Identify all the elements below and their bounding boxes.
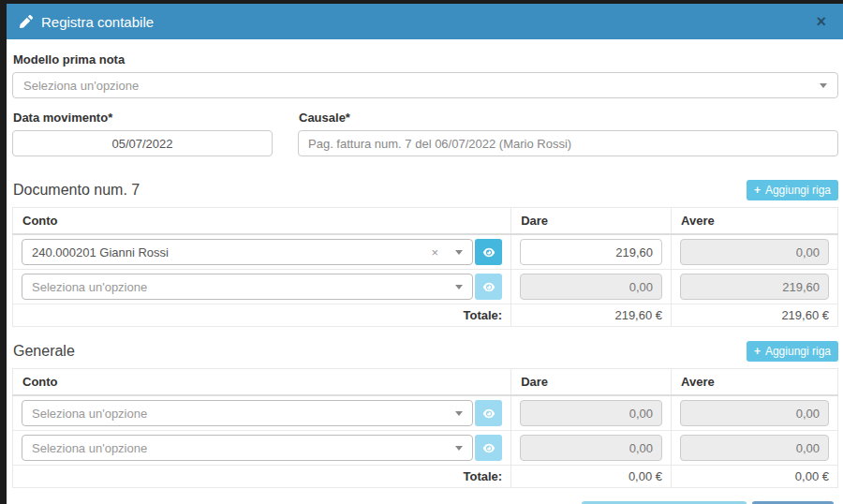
conto-select[interactable]: 240.000201 Gianni Rossi × [22, 239, 473, 265]
modal-title: Registra contabile [20, 14, 154, 30]
documento-table: Conto Dare Avere 240.000201 Gianni Rossi… [12, 207, 838, 327]
documento-section-title: Documento num. 7 [13, 182, 140, 199]
totale-row: Totale: 219,60 € 219,60 € [13, 304, 838, 327]
chevron-down-icon [455, 411, 463, 416]
column-header-avere: Avere [672, 208, 838, 235]
preview-account-button[interactable] [475, 435, 502, 461]
modello-prima-nota-label: Modello prima nota [13, 52, 838, 67]
table-row: Seleziona un'opzione [13, 395, 838, 431]
causale-group: Causale* [298, 111, 838, 156]
dare-input [520, 400, 662, 426]
table-header-row: Conto Dare Avere [13, 208, 838, 235]
totale-avere: 219,60 € [672, 304, 838, 327]
dare-input [520, 435, 662, 461]
dare-input[interactable] [520, 239, 662, 265]
column-header-conto: Conto [13, 369, 511, 396]
table-header-row: Conto Dare Avere [13, 369, 838, 396]
causale-label: Causale* [299, 111, 838, 125]
table-row: Seleziona un'opzione [13, 270, 838, 304]
close-icon[interactable]: × [816, 13, 826, 30]
modal-title-text: Registra contabile [41, 14, 154, 30]
chevron-down-icon [820, 83, 827, 88]
chevron-down-icon [455, 446, 463, 451]
generale-section-header: Generale + Aggiungi riga [13, 341, 838, 362]
pencil-icon [20, 15, 33, 28]
totale-label: Totale: [13, 466, 511, 488]
modello-prima-nota-select[interactable]: Seleziona un'opzione [12, 72, 838, 98]
data-movimento-label: Data movimento* [13, 111, 273, 125]
generale-table: Conto Dare Avere Seleziona un'opzione [12, 368, 838, 488]
modello-prima-nota-group: Modello prima nota Seleziona un'opzione [12, 52, 838, 98]
registra-contabile-modal: Registra contabile × Modello prima nota … [7, 4, 843, 504]
conto-select[interactable]: Seleziona un'opzione [22, 274, 473, 300]
column-header-dare: Dare [511, 369, 672, 396]
modal-header: Registra contabile × [7, 4, 843, 39]
modello-placeholder: Seleziona un'opzione [23, 79, 139, 93]
table-row: Seleziona un'opzione [13, 431, 838, 466]
totale-dare: 219,60 € [511, 304, 672, 327]
documento-section-header: Documento num. 7 + Aggiungi riga [13, 180, 838, 200]
eye-icon [482, 443, 495, 453]
chevron-down-icon [455, 250, 463, 255]
add-row-button-generale[interactable]: + Aggiungi riga [747, 341, 838, 362]
add-row-button-documento[interactable]: + Aggiungi riga [747, 180, 838, 200]
column-header-dare: Dare [511, 208, 672, 235]
causale-input[interactable] [298, 130, 838, 156]
avere-input [680, 239, 829, 265]
data-movimento-input[interactable] [12, 130, 273, 156]
totale-label: Totale: [13, 304, 511, 327]
eye-icon [482, 408, 495, 419]
clear-selection-icon[interactable]: × [432, 245, 439, 259]
column-header-conto: Conto [13, 208, 511, 235]
avere-input [680, 435, 829, 461]
generale-section-title: Generale [13, 343, 75, 360]
column-header-avere: Avere [672, 369, 838, 396]
totale-dare: 0,00 € [511, 466, 672, 488]
modal-footer: + Aggiungi e crea modello + Aggiungi [12, 488, 838, 504]
avere-input [680, 400, 829, 426]
preview-account-button[interactable] [475, 239, 502, 265]
totale-row: Totale: 0,00 € 0,00 € [13, 466, 838, 488]
preview-account-button[interactable] [475, 274, 502, 300]
chevron-down-icon [455, 285, 463, 289]
eye-icon [482, 282, 495, 292]
avere-input [680, 274, 829, 300]
dare-input [520, 274, 662, 300]
modal-body: Modello prima nota Seleziona un'opzione … [7, 39, 843, 504]
eye-icon [482, 247, 495, 258]
conto-select[interactable]: Seleziona un'opzione [22, 435, 473, 461]
data-movimento-group: Data movimento* [12, 111, 273, 156]
plus-icon: + [754, 345, 761, 358]
table-row: 240.000201 Gianni Rossi × [13, 234, 838, 270]
totale-avere: 0,00 € [672, 466, 838, 488]
conto-select[interactable]: Seleziona un'opzione [22, 400, 473, 426]
preview-account-button[interactable] [475, 400, 502, 426]
plus-icon: + [754, 184, 761, 197]
date-causale-row: Data movimento* Causale* [12, 111, 838, 156]
